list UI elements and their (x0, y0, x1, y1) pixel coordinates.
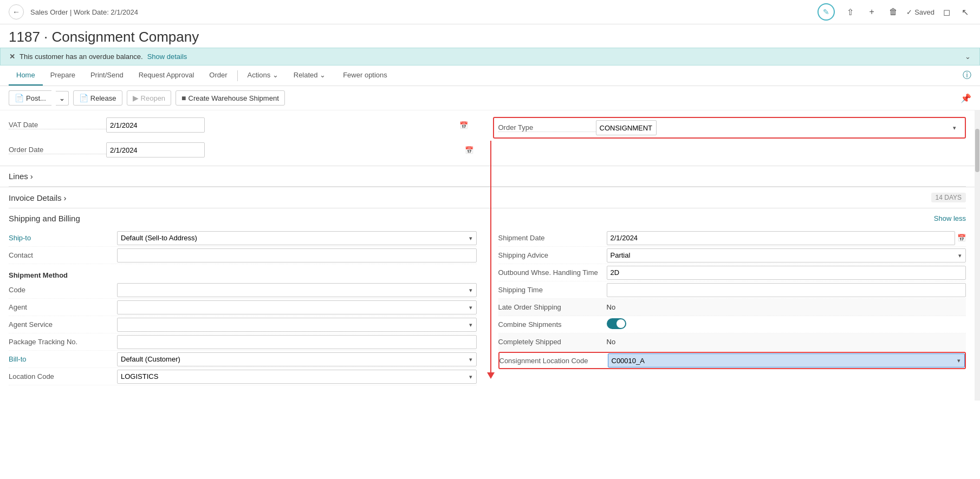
vat-date-label: VAT Date (9, 121, 106, 129)
shipment-date-value: 📅 (607, 231, 966, 245)
shipment-method-header-label: Shipment Method (9, 271, 68, 279)
agent-service-select[interactable] (117, 318, 477, 332)
top-right-area: ✓ Saved ◻ ↖ (906, 5, 971, 18)
invoice-details-chevron-icon: › (64, 193, 67, 202)
consignment-location-select[interactable]: C00010_A (608, 353, 965, 368)
shipping-time-label: Shipping Time (498, 286, 607, 294)
reopen-icon: ▶ (133, 94, 139, 102)
bill-to-label: Bill-to (9, 355, 117, 363)
shipment-method-header-row: Shipment Method (9, 264, 477, 281)
back-button[interactable]: ← (9, 4, 24, 19)
code-value (117, 283, 477, 297)
order-type-select[interactable]: CONSIGNMENT (596, 120, 657, 135)
lines-section-header[interactable]: Lines › (0, 166, 975, 186)
billing-right-col: Shipment Date 📅 Shipping Advice Partial (498, 229, 966, 385)
alert-close-button[interactable]: ✕ (9, 53, 15, 61)
release-button[interactable]: 📄 Release (73, 90, 122, 106)
shipping-time-row: Shipping Time (498, 281, 966, 299)
tab-fewer-options[interactable]: Fewer options (335, 65, 395, 86)
scrollbar-thumb[interactable] (975, 129, 979, 172)
edit-icon-button[interactable]: ✎ (817, 3, 835, 21)
tab-home[interactable]: Home (9, 65, 43, 86)
expand-icon-button[interactable]: ◻ (940, 5, 953, 18)
invoice-details-label: Invoice Details (9, 193, 62, 202)
shipping-time-value (607, 283, 966, 297)
shipment-date-calendar-icon[interactable]: 📅 (957, 234, 966, 242)
toggle-track[interactable] (607, 318, 626, 329)
post-button[interactable]: 📄 Post... (9, 90, 51, 106)
order-date-calendar-icon[interactable]: 📅 (465, 146, 473, 154)
contact-row: Contact (9, 247, 477, 264)
reopen-label: Reopen (141, 94, 166, 102)
completely-shipped-row: Completely Shipped No (498, 333, 966, 351)
completely-shipped-status: No (607, 338, 616, 346)
nav-divider (237, 70, 238, 81)
vat-date-group: VAT Date 2/1/2024 📅 (9, 117, 471, 133)
shipment-date-label: Shipment Date (498, 234, 607, 242)
agent-service-value (117, 318, 477, 332)
shipping-time-input[interactable] (607, 283, 966, 297)
agent-service-row: Agent Service (9, 316, 477, 333)
show-less-button[interactable]: Show less (934, 214, 966, 222)
combine-shipments-value (607, 318, 966, 331)
late-order-value: No (607, 303, 966, 311)
shipment-date-input[interactable] (607, 231, 956, 245)
order-date-input[interactable] (106, 142, 205, 158)
consignment-location-value: C00010_A (608, 353, 965, 368)
toolbar: 📄 Post... ⌄ 📄 Release ▶ Reopen ■ Create … (0, 86, 980, 110)
info-icon[interactable]: ⓘ (963, 70, 971, 81)
code-row: Code (9, 281, 477, 299)
tab-actions[interactable]: Actions ⌄ (240, 65, 286, 86)
agent-row: Agent (9, 299, 477, 316)
bill-to-select[interactable]: Default (Customer) (117, 352, 477, 366)
order-date-label: Order Date (9, 146, 106, 154)
saved-status: ✓ Saved (906, 8, 934, 16)
tab-prepare[interactable]: Prepare (43, 65, 83, 86)
add-icon-button[interactable]: + (865, 5, 878, 18)
nav-tabs: Home Prepare Print/Send Request Approval… (0, 65, 980, 86)
tab-print-send[interactable]: Print/Send (83, 65, 131, 86)
shipping-advice-select[interactable]: Partial (607, 248, 966, 263)
shipping-billing-title: Shipping and Billing (9, 214, 80, 223)
package-tracking-input[interactable] (117, 335, 477, 349)
order-type-group: Order Type CONSIGNMENT (493, 117, 966, 139)
location-code-value: LOGISTICS (117, 370, 477, 384)
collapse-icon-button[interactable]: ↖ (958, 5, 971, 18)
contact-label: Contact (9, 251, 117, 259)
share-icon-button[interactable]: ⇧ (843, 5, 856, 18)
vat-date-input[interactable]: 2/1/2024 (106, 117, 205, 133)
create-warehouse-button[interactable]: ■ Create Warehouse Shipment (176, 90, 285, 106)
invoice-details-header[interactable]: Invoice Details › 14 DAYS (0, 187, 975, 208)
pin-icon[interactable]: 📌 (960, 93, 971, 103)
tab-order[interactable]: Order (202, 65, 235, 86)
alert-chevron-icon[interactable]: ⌄ (965, 53, 971, 61)
tab-request-approval[interactable]: Request Approval (131, 65, 202, 86)
scrollbar[interactable] (975, 110, 980, 401)
post-dropdown-button[interactable]: ⌄ (56, 91, 69, 106)
outbound-handling-input[interactable] (607, 266, 966, 280)
late-order-label: Late Order Shipping (498, 303, 607, 311)
agent-label: Agent (9, 303, 117, 311)
ship-to-select[interactable]: Default (Sell-to Address) (117, 231, 477, 245)
order-date-group: Order Date 📅 (9, 142, 477, 158)
create-warehouse-label: Create Warehouse Shipment (189, 94, 279, 102)
bill-to-value: Default (Customer) (117, 352, 477, 366)
bill-to-row: Bill-to Default (Customer) (9, 351, 477, 368)
reopen-button[interactable]: ▶ Reopen (127, 90, 172, 106)
location-code-select[interactable]: LOGISTICS (117, 370, 477, 384)
lines-label: Lines (9, 172, 28, 181)
combine-shipments-toggle[interactable] (607, 318, 626, 329)
package-tracking-value (117, 335, 477, 349)
show-details-link[interactable]: Show details (147, 53, 187, 61)
delete-icon-button[interactable]: 🗑 (887, 5, 900, 18)
page-title: 1187 · Consignment Company (0, 24, 980, 48)
release-icon: 📄 (79, 94, 88, 102)
vat-date-calendar-icon[interactable]: 📅 (459, 121, 468, 129)
post-icon: 📄 (15, 94, 24, 102)
release-label: Release (90, 94, 116, 102)
tab-related[interactable]: Related ⌄ (286, 65, 333, 86)
location-code-label: Location Code (9, 372, 117, 380)
contact-input[interactable] (117, 248, 477, 263)
agent-select[interactable] (117, 300, 477, 314)
code-select[interactable] (117, 283, 477, 297)
